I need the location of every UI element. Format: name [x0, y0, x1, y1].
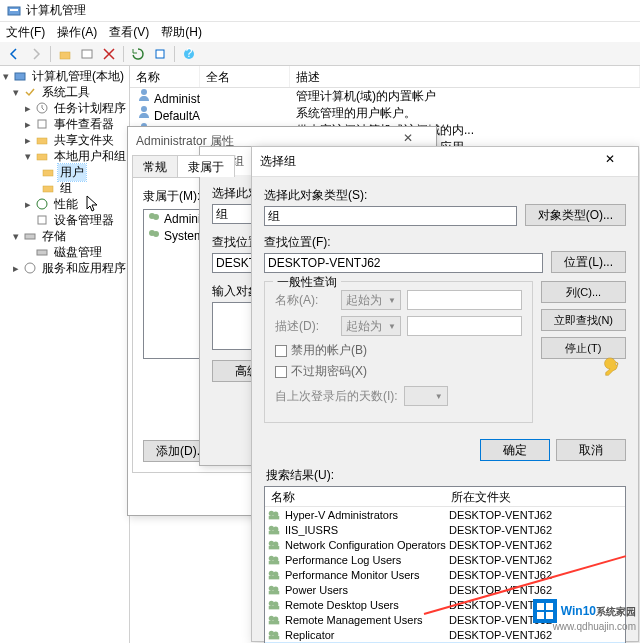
result-row[interactable]: Performance Monitor UsersDESKTOP-VENTJ62 — [265, 567, 625, 582]
tree-task-scheduler[interactable]: ▸任务计划程序 — [0, 100, 129, 116]
svg-rect-35 — [269, 545, 280, 549]
stop-button[interactable]: 停止(T) — [541, 337, 626, 359]
list-icon[interactable] — [77, 44, 97, 64]
svg-rect-41 — [269, 575, 280, 579]
tree-system-tools[interactable]: ▾系统工具 — [0, 84, 129, 100]
export-icon[interactable] — [150, 44, 170, 64]
menu-action[interactable]: 操作(A) — [57, 24, 97, 41]
svg-rect-1 — [10, 9, 18, 11]
tree-performance[interactable]: ▸性能 — [0, 196, 129, 212]
svg-text:?: ? — [186, 47, 193, 60]
obj-type-field[interactable]: 组 — [264, 206, 517, 226]
cancel-button[interactable]: 取消 — [556, 439, 626, 461]
last-logon-label: 自上次登录后的天数(I): — [275, 388, 398, 405]
svg-rect-60 — [537, 603, 544, 610]
tree-pane[interactable]: ▾计算机管理(本地) ▾系统工具 ▸任务计划程序 ▸事件查看器 ▸共享文件夹 ▾… — [0, 66, 130, 643]
result-row[interactable]: Power UsersDESKTOP-VENTJ62 — [265, 582, 625, 597]
results-col-folder[interactable]: 所在文件夹 — [445, 487, 625, 506]
list-row[interactable]: Administrat...管理计算机(域)的内置帐户 — [130, 88, 640, 105]
delete-icon[interactable] — [99, 44, 119, 64]
svg-rect-2 — [60, 52, 70, 59]
locations-button[interactable]: 位置(L)... — [551, 251, 626, 273]
ok-button[interactable]: 确定 — [480, 439, 550, 461]
svg-point-20 — [141, 106, 147, 112]
svg-rect-17 — [37, 250, 47, 255]
svg-point-36 — [269, 555, 274, 560]
common-queries-label: 一般性查询 — [273, 274, 341, 291]
tree-services-apps[interactable]: ▸服务和应用程序 — [0, 260, 129, 276]
tree-storage[interactable]: ▾存储 — [0, 228, 129, 244]
col-desc[interactable]: 描述 — [290, 66, 640, 87]
svg-rect-9 — [38, 120, 46, 128]
svg-point-24 — [153, 214, 159, 220]
noexpire-checkbox[interactable]: 不过期密码(X) — [275, 363, 522, 380]
columns-button[interactable]: 列(C)... — [541, 281, 626, 303]
result-row[interactable]: Hyper-V AdministratorsDESKTOP-VENTJ62 — [265, 507, 625, 522]
svg-point-26 — [153, 231, 159, 237]
desc-input[interactable] — [407, 316, 522, 336]
svg-rect-62 — [537, 612, 544, 619]
svg-rect-13 — [43, 186, 53, 192]
tree-shared-folders[interactable]: ▸共享文件夹 — [0, 132, 129, 148]
tab-general[interactable]: 常规 — [132, 155, 178, 177]
menu-file[interactable]: 文件(F) — [6, 24, 45, 41]
location-label: 查找位置(F): — [264, 234, 543, 251]
svg-rect-3 — [82, 50, 92, 58]
toolbar: ? — [0, 42, 640, 66]
tree-local-users[interactable]: ▾本地用户和组 — [0, 148, 129, 164]
desc-combo[interactable]: 起始为▼ — [341, 316, 401, 336]
svg-point-39 — [269, 570, 274, 575]
svg-rect-7 — [15, 73, 25, 80]
object-types-button[interactable]: 对象类型(O)... — [525, 204, 626, 226]
disabled-checkbox[interactable]: 禁用的帐户(B) — [275, 342, 522, 359]
list-row[interactable]: DefaultAcc...系统管理的用户帐户。 — [130, 105, 640, 122]
svg-point-33 — [269, 540, 274, 545]
back-icon[interactable] — [4, 44, 24, 64]
svg-rect-15 — [38, 216, 46, 224]
result-row[interactable]: Performance Log UsersDESKTOP-VENTJ62 — [265, 552, 625, 567]
svg-rect-44 — [269, 590, 280, 594]
menu-view[interactable]: 查看(V) — [109, 24, 149, 41]
svg-rect-16 — [25, 234, 35, 239]
svg-rect-53 — [269, 635, 280, 639]
tree-disk-mgmt[interactable]: 磁盘管理 — [0, 244, 129, 260]
forward-icon[interactable] — [26, 44, 46, 64]
tab-memberof[interactable]: 隶属于 — [177, 155, 235, 177]
win-logo-icon — [533, 599, 557, 623]
location-field[interactable]: DESKTOP-VENTJ62 — [264, 253, 543, 273]
list-header: 名称 全名 描述 — [130, 66, 640, 88]
col-name[interactable]: 名称 — [130, 66, 200, 87]
svg-point-27 — [269, 510, 274, 515]
dialog3-title: 选择组 ✕ — [252, 147, 638, 177]
up-icon[interactable] — [55, 44, 75, 64]
name-combo[interactable]: 起始为▼ — [341, 290, 401, 310]
svg-rect-47 — [269, 605, 280, 609]
result-row[interactable]: Network Configuration OperatorsDESKTOP-V… — [265, 537, 625, 552]
menu-help[interactable]: 帮助(H) — [161, 24, 202, 41]
svg-rect-63 — [546, 612, 553, 619]
svg-point-14 — [37, 199, 47, 209]
tree-root[interactable]: ▾计算机管理(本地) — [0, 68, 129, 84]
help-icon[interactable]: ? — [179, 44, 199, 64]
tree-users[interactable]: 用户 — [0, 164, 129, 180]
result-row[interactable]: IIS_IUSRSDESKTOP-VENTJ62 — [265, 522, 625, 537]
tree-event-viewer[interactable]: ▸事件查看器 — [0, 116, 129, 132]
close-icon[interactable]: ✕ — [590, 152, 630, 172]
menubar: 文件(F) 操作(A) 查看(V) 帮助(H) — [0, 22, 640, 42]
watermark: Win10系统家园 www.qdhuajin.com — [533, 599, 636, 623]
name-input[interactable] — [407, 290, 522, 310]
results-col-name[interactable]: 名称 — [265, 487, 445, 506]
svg-rect-38 — [269, 560, 280, 564]
col-fullname[interactable]: 全名 — [200, 66, 290, 87]
svg-rect-61 — [546, 603, 553, 610]
findnow-button[interactable]: 立即查找(N) — [541, 309, 626, 331]
tree-groups[interactable]: 组 — [0, 180, 129, 196]
tree-device-mgr[interactable]: 设备管理器 — [0, 212, 129, 228]
svg-rect-4 — [156, 50, 164, 58]
svg-rect-50 — [269, 620, 280, 624]
results-label: 搜索结果(U): — [266, 467, 626, 484]
last-logon-combo[interactable]: ▼ — [404, 386, 448, 406]
key-icon — [602, 357, 624, 377]
desc-label: 描述(D): — [275, 318, 335, 335]
refresh-icon[interactable] — [128, 44, 148, 64]
